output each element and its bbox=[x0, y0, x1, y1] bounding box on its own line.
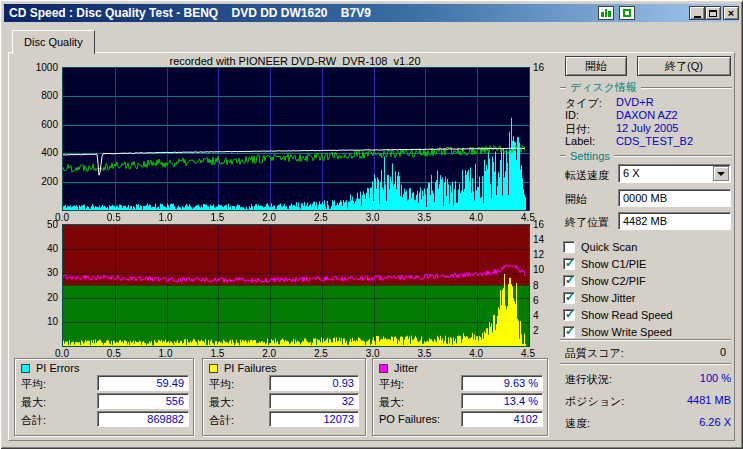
axis-tick: 1.0 bbox=[156, 212, 176, 223]
axis-tick: 4.0 bbox=[466, 212, 486, 223]
checkbox-show-c2-pif[interactable]: ✓Show C2/PIF bbox=[563, 272, 733, 289]
checkbox-show-jitter[interactable]: ✓Show Jitter bbox=[563, 289, 733, 306]
max-label: 最大: bbox=[379, 395, 404, 410]
check-icon: ✓ bbox=[565, 256, 575, 270]
close-button[interactable]: × bbox=[723, 6, 739, 20]
disc-label-label: Label: bbox=[565, 135, 595, 147]
checkbox-label: Show Write Speed bbox=[581, 326, 672, 338]
disc-icon-shape bbox=[623, 9, 631, 17]
start-button[interactable]: 開始 bbox=[565, 56, 627, 76]
axis-tick: 600 bbox=[24, 119, 58, 130]
axis-tick: 40 bbox=[24, 243, 58, 254]
maximize-button[interactable] bbox=[705, 6, 721, 20]
axis-tick: 1000 bbox=[24, 62, 58, 73]
disc-info-section-header: ディスク情報 bbox=[560, 82, 732, 93]
disc-icon[interactable] bbox=[619, 6, 635, 20]
settings-section-header: Settings bbox=[560, 150, 732, 161]
quality-score-value: 0 bbox=[618, 346, 726, 358]
axis-tick: 800 bbox=[24, 90, 58, 101]
axis-tick: 50 bbox=[24, 219, 58, 230]
jitter-header: Jitter bbox=[379, 362, 418, 374]
disc-date-value: 12 July 2005 bbox=[616, 122, 678, 134]
check-icon: ✓ bbox=[565, 273, 575, 287]
axis-tick: 30 bbox=[24, 267, 58, 278]
exit-button[interactable]: 終了(Q) bbox=[637, 56, 731, 76]
checkbox-box[interactable]: ✓ bbox=[563, 309, 575, 321]
check-icon: ✓ bbox=[565, 307, 575, 321]
checkbox-box[interactable] bbox=[563, 241, 575, 253]
checkbox-label: Show C2/PIF bbox=[581, 275, 646, 287]
axis-tick: 12 bbox=[533, 249, 553, 260]
start-position-label: 開始 bbox=[565, 192, 587, 207]
check-icon: ✓ bbox=[565, 290, 575, 304]
axis-tick: 200 bbox=[24, 176, 58, 187]
end-position-input[interactable]: 4482 MB bbox=[618, 212, 731, 230]
axis-tick: 16 bbox=[533, 219, 553, 230]
minimize-button[interactable] bbox=[689, 6, 705, 20]
pi-errors-swatch bbox=[21, 364, 30, 373]
checkbox-box[interactable]: ✓ bbox=[563, 275, 575, 287]
speed-value: 6.26 X bbox=[600, 416, 731, 428]
avg-label: 平均: bbox=[21, 377, 46, 392]
pi-errors-header: PI Errors bbox=[21, 362, 79, 374]
app-window: CD Speed : Disc Quality Test - BENQ DVD … bbox=[0, 0, 743, 449]
disc-id-label: ID: bbox=[565, 109, 579, 121]
pi-failures-panel: PI Failures 平均: 0.93 最大: 32 合計: 12073 bbox=[202, 358, 366, 436]
max-label: 最大: bbox=[21, 395, 46, 410]
rule bbox=[614, 155, 732, 157]
po-failures-label: PO Failures: bbox=[379, 413, 440, 425]
axis-tick: 2 bbox=[533, 325, 553, 336]
avg-label: 平均: bbox=[209, 377, 234, 392]
disc-id-value: DAXON AZ2 bbox=[616, 109, 678, 121]
axis-tick: 16 bbox=[533, 62, 553, 73]
axis-tick: 0.5 bbox=[104, 212, 124, 223]
check-icon: ✓ bbox=[565, 324, 575, 338]
total-label: 合計: bbox=[21, 413, 46, 428]
checkbox-label: Quick Scan bbox=[581, 241, 637, 253]
total-label: 合計: bbox=[209, 413, 234, 428]
pi-errors-title: PI Errors bbox=[36, 362, 79, 374]
checkbox-quick-scan[interactable]: Quick Scan bbox=[563, 238, 733, 255]
chevron-down-icon[interactable] bbox=[713, 166, 729, 181]
jitter-panel: Jitter 平均: 9.63 % 最大: 13.4 % PO Failures… bbox=[372, 358, 548, 436]
position-value: 4481 MB bbox=[600, 394, 731, 406]
axis-tick: 1.5 bbox=[207, 212, 227, 223]
rule bbox=[641, 87, 732, 89]
pi-failures-avg-value: 0.93 bbox=[269, 375, 359, 391]
checkbox-box[interactable]: ✓ bbox=[563, 292, 575, 304]
window-title: CD Speed : Disc Quality Test - BENQ DVD … bbox=[4, 6, 371, 20]
quality-score-label: 品質スコア: bbox=[565, 346, 624, 361]
checkbox-box[interactable]: ✓ bbox=[563, 326, 575, 338]
jitter-max-value: 13.4 % bbox=[461, 393, 543, 409]
progress-value: 100 % bbox=[600, 372, 731, 384]
jitter-title: Jitter bbox=[394, 362, 418, 374]
checkbox-label: Show Read Speed bbox=[581, 309, 673, 321]
recorded-with-label: recorded with PIONEER DVD-RW DVR-108 v1.… bbox=[62, 55, 528, 67]
po-failures-value: 4102 bbox=[461, 411, 543, 427]
axis-tick: 6 bbox=[533, 295, 553, 306]
options-checkbox-group: Quick Scan✓Show C1/PIE✓Show C2/PIF✓Show … bbox=[563, 238, 733, 340]
disc-label-value: CDS_TEST_B2 bbox=[616, 135, 693, 147]
pi-errors-total-value: 869882 bbox=[97, 411, 189, 427]
pi-errors-avg-value: 59.49 bbox=[97, 375, 189, 391]
tab-disc-quality[interactable]: Disc Quality bbox=[12, 30, 95, 54]
start-position-input[interactable]: 0000 MB bbox=[618, 189, 731, 207]
pi-failures-swatch bbox=[209, 364, 218, 373]
checkbox-show-read-speed[interactable]: ✓Show Read Speed bbox=[563, 306, 733, 323]
checkbox-box[interactable]: ✓ bbox=[563, 258, 575, 270]
chart-icon[interactable] bbox=[598, 6, 614, 20]
axis-tick: 10 bbox=[24, 316, 58, 327]
axis-tick: 10 bbox=[533, 264, 553, 275]
pi-failures-total-value: 12073 bbox=[269, 411, 359, 427]
axis-tick: 20 bbox=[24, 292, 58, 303]
pi-failures-header: PI Failures bbox=[209, 362, 277, 374]
speed-select-value: 6 X bbox=[623, 167, 640, 179]
checkbox-show-write-speed[interactable]: ✓Show Write Speed bbox=[563, 323, 733, 340]
chart-icon-bar bbox=[601, 12, 604, 17]
disc-info-title: ディスク情報 bbox=[566, 80, 641, 95]
speed-select[interactable]: 6 X bbox=[618, 164, 731, 183]
checkbox-show-c1-pie[interactable]: ✓Show C1/PIE bbox=[563, 255, 733, 272]
axis-tick: 2.0 bbox=[259, 212, 279, 223]
jitter-swatch bbox=[379, 364, 388, 373]
chart-icon-bar bbox=[605, 9, 608, 17]
